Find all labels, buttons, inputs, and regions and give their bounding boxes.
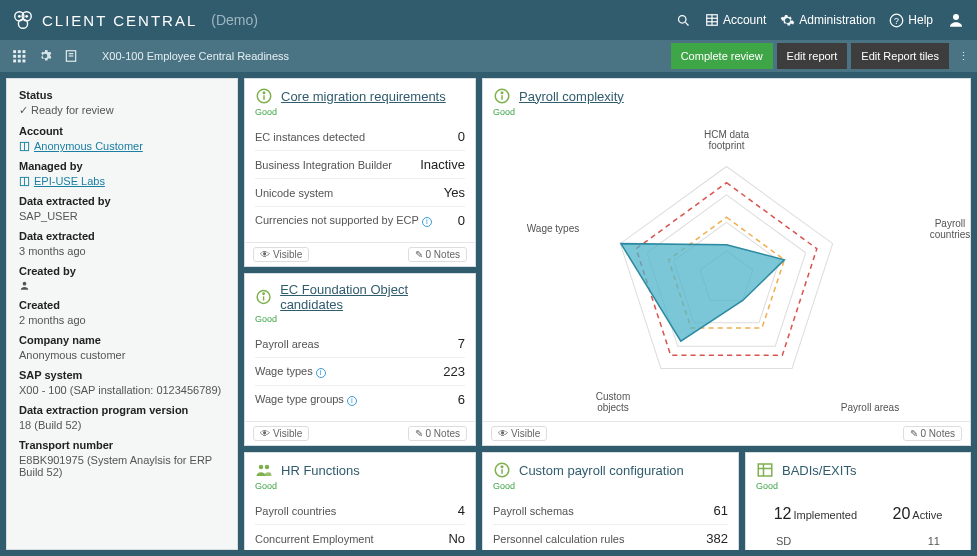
ver-value: 18 (Build 52) bbox=[19, 419, 225, 431]
company-label: Company name bbox=[19, 334, 225, 346]
search-icon[interactable] bbox=[676, 13, 691, 28]
info-icon bbox=[255, 288, 272, 306]
help-link[interactable]: ?Help bbox=[889, 13, 933, 28]
table-icon bbox=[756, 461, 774, 479]
created-label: Created bbox=[19, 299, 225, 311]
managed-link[interactable]: EPI-USE Labs bbox=[19, 175, 225, 187]
account-link-sb[interactable]: Anonymous Customer bbox=[19, 140, 225, 152]
people-icon bbox=[255, 461, 273, 479]
svg-point-4 bbox=[25, 15, 28, 18]
notes-button[interactable]: ✎ 0 Notes bbox=[408, 247, 467, 262]
visible-toggle[interactable]: 👁 Visible bbox=[253, 247, 309, 262]
trans-label: Transport number bbox=[19, 439, 225, 451]
svg-rect-20 bbox=[13, 60, 16, 63]
svg-point-48 bbox=[265, 465, 270, 470]
sap-label: SAP system bbox=[19, 369, 225, 381]
radar-chart: HCM data footprint Payroll countries Pay… bbox=[483, 123, 970, 421]
createdby-value bbox=[19, 280, 225, 291]
info-icon bbox=[493, 461, 511, 479]
svg-rect-18 bbox=[18, 55, 21, 58]
more-menu-icon[interactable]: ⋮ bbox=[949, 40, 977, 72]
complete-review-button[interactable]: Complete review bbox=[671, 43, 773, 69]
svg-rect-52 bbox=[758, 464, 772, 476]
account-label: Account bbox=[19, 125, 225, 137]
svg-marker-43 bbox=[621, 244, 784, 341]
panel-title[interactable]: Payroll complexity bbox=[519, 89, 624, 104]
created-value: 2 months ago bbox=[19, 314, 225, 326]
notes-button[interactable]: ✎ 0 Notes bbox=[903, 426, 962, 441]
svg-point-2 bbox=[18, 19, 27, 28]
panel-hr-functions: HR Functions Good Payroll countries4 Con… bbox=[244, 452, 476, 550]
panel-title: Custom payroll configuration bbox=[519, 463, 684, 478]
admin-link[interactable]: Administration bbox=[780, 13, 875, 28]
svg-rect-14 bbox=[13, 50, 16, 53]
info-tooltip-icon[interactable]: i bbox=[347, 396, 357, 406]
svg-rect-19 bbox=[23, 55, 26, 58]
info-tooltip-icon[interactable]: i bbox=[422, 217, 432, 227]
account-link[interactable]: Account bbox=[705, 13, 766, 27]
svg-point-13 bbox=[953, 14, 959, 20]
panel-custom-payroll: Custom payroll configuration Good Payrol… bbox=[482, 452, 739, 550]
svg-point-33 bbox=[263, 92, 265, 94]
status-value: ✓ Ready for review bbox=[19, 104, 225, 117]
panel-ec-foundation: EC Foundation Object candidates Good Pay… bbox=[244, 273, 476, 446]
status-good: Good bbox=[245, 107, 475, 123]
status-good: Good bbox=[245, 314, 475, 330]
svg-rect-22 bbox=[23, 60, 26, 63]
status-good: Good bbox=[746, 481, 970, 497]
trans-value: E8BK901975 (System Anaylsis for ERP Buil… bbox=[19, 454, 225, 478]
svg-point-47 bbox=[259, 465, 264, 470]
demo-tag: (Demo) bbox=[211, 12, 258, 28]
panel-title[interactable]: EC Foundation Object candidates bbox=[280, 282, 465, 312]
svg-text:?: ? bbox=[894, 15, 899, 25]
breadcrumb: X00-100 Employee Central Readiness bbox=[84, 40, 303, 72]
ver-label: Data extraction program version bbox=[19, 404, 225, 416]
edit-tiles-button[interactable]: Edit Report tiles bbox=[851, 43, 949, 69]
apps-icon[interactable] bbox=[6, 40, 32, 72]
brand-logo: CLIENT CENTRAL (Demo) bbox=[12, 9, 258, 31]
brand-icon bbox=[12, 9, 34, 31]
extby-value: SAP_USER bbox=[19, 210, 225, 222]
status-label: Status bbox=[19, 89, 225, 101]
user-icon[interactable] bbox=[947, 11, 965, 29]
extby-label: Data extracted by bbox=[19, 195, 225, 207]
managed-label: Managed by bbox=[19, 160, 225, 172]
visible-toggle[interactable]: 👁 Visible bbox=[253, 426, 309, 441]
panel-title: BADIs/EXITs bbox=[782, 463, 856, 478]
sap-value: X00 - 100 (SAP installation: 0123456789) bbox=[19, 384, 225, 396]
info-icon bbox=[493, 87, 511, 105]
panel-core-migration: Core migration requirements Good EC inst… bbox=[244, 78, 476, 267]
createdby-label: Created by bbox=[19, 265, 225, 277]
panel-badis-exits: BADIs/EXITs Good 12Implemented 20Active … bbox=[745, 452, 971, 550]
panel-payroll-complexity: Payroll complexity Good bbox=[482, 78, 971, 446]
svg-rect-21 bbox=[18, 60, 21, 63]
edit-report-button[interactable]: Edit report bbox=[777, 43, 848, 69]
svg-point-46 bbox=[263, 293, 264, 294]
svg-point-51 bbox=[501, 466, 503, 468]
svg-point-30 bbox=[23, 282, 27, 286]
panel-title[interactable]: Core migration requirements bbox=[281, 89, 446, 104]
svg-rect-17 bbox=[13, 55, 16, 58]
visible-toggle[interactable]: 👁 Visible bbox=[491, 426, 547, 441]
info-icon bbox=[255, 87, 273, 105]
status-good: Good bbox=[483, 107, 970, 123]
svg-point-5 bbox=[678, 15, 686, 23]
notes-button[interactable]: ✎ 0 Notes bbox=[408, 426, 467, 441]
brand-text: CLIENT CENTRAL bbox=[42, 12, 197, 29]
svg-rect-16 bbox=[23, 50, 26, 53]
panel-title: HR Functions bbox=[281, 463, 360, 478]
company-value: Anonymous customer bbox=[19, 349, 225, 361]
svg-point-36 bbox=[501, 92, 503, 94]
svg-point-3 bbox=[18, 15, 21, 18]
svg-rect-15 bbox=[18, 50, 21, 53]
ext-value: 3 months ago bbox=[19, 245, 225, 257]
ext-label: Data extracted bbox=[19, 230, 225, 242]
status-good: Good bbox=[483, 481, 738, 497]
info-tooltip-icon[interactable]: i bbox=[316, 368, 326, 378]
info-sidebar: Status ✓ Ready for review Account Anonym… bbox=[6, 78, 238, 550]
status-good: Good bbox=[245, 481, 475, 497]
svg-line-6 bbox=[685, 22, 688, 25]
